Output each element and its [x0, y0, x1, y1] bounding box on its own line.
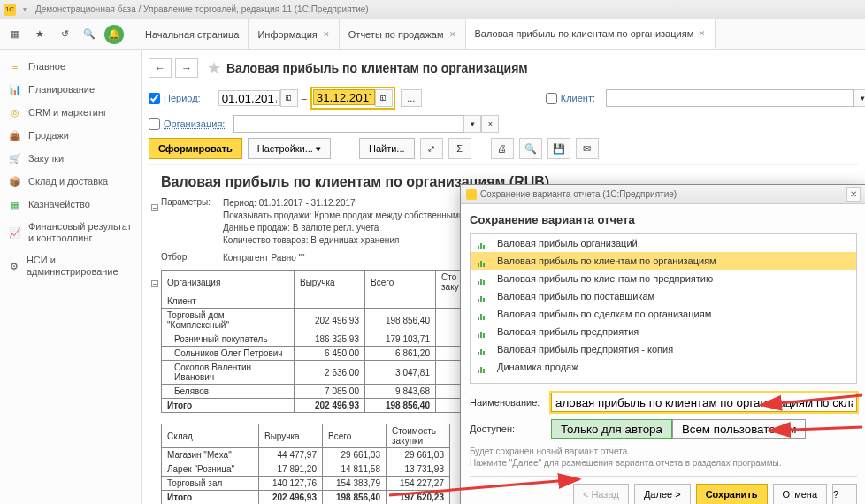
fin-icon: 📈 — [9, 226, 21, 239]
app-icon — [466, 189, 477, 200]
titlebar-dropdown[interactable]: ▾ — [19, 4, 30, 15]
cart-icon: 🛒 — [9, 152, 21, 164]
variants-list[interactable]: Валовая прибыль организацийВаловая прибы… — [470, 233, 857, 384]
search-icon[interactable]: 🔍 — [80, 25, 99, 44]
tab-info[interactable]: Информация✕ — [249, 19, 339, 49]
money-icon: ▦ — [9, 198, 21, 210]
favorite-star-icon[interactable]: ★ — [207, 58, 221, 78]
run-report-button[interactable]: Сформировать — [149, 138, 242, 159]
section-sidebar: ≡Главное 📊Планирование ◎CRM и маркетинг … — [0, 50, 142, 504]
dropdown-icon[interactable]: ▾ — [854, 89, 865, 107]
variant-item[interactable]: Валовая прибыль по поставщикам — [471, 287, 856, 305]
author-only-button[interactable]: Только для автора — [551, 419, 672, 439]
client-checkbox[interactable] — [546, 93, 557, 104]
sidebar-item-crm[interactable]: ◎CRM и маркетинг — [0, 101, 141, 124]
variant-item[interactable]: Валовая прибыль организаций — [471, 234, 856, 252]
chart-icon — [478, 363, 490, 371]
clear-icon[interactable]: × — [481, 115, 499, 133]
all-users-button[interactable]: Всем пользователям — [672, 419, 806, 439]
apps-icon[interactable]: ▦ — [5, 25, 25, 44]
tab-gross-profit[interactable]: Валовая прибыль по клиентам по организац… — [466, 19, 716, 49]
close-icon[interactable]: ✕ — [449, 30, 456, 39]
outline-toggle[interactable]: − — [151, 280, 158, 287]
variant-item[interactable]: Динамика продаж — [471, 358, 856, 376]
settings-button[interactable]: Настройки... ▾ — [248, 138, 331, 159]
sidebar-item-sales[interactable]: 👜Продажи — [0, 124, 141, 147]
date-to-input[interactable] — [313, 89, 375, 105]
variant-item[interactable]: Валовая прибыль по сделкам по организаци… — [471, 305, 856, 323]
params-label: Параметры: — [161, 197, 223, 247]
org-checkbox[interactable] — [149, 118, 160, 130]
close-icon[interactable]: ✕ — [699, 29, 706, 38]
variant-item[interactable]: Валовая прибыль по клиентам по предприят… — [471, 270, 856, 287]
org-label: Организация: — [164, 118, 225, 129]
chart-icon — [478, 292, 490, 301]
calendar-icon[interactable]: 🗓 — [280, 89, 298, 107]
dialog-close-button[interactable]: ✕ — [846, 187, 861, 202]
gear-icon: ⚙ — [9, 260, 19, 272]
nav-forward-button[interactable]: → — [175, 58, 198, 78]
help-button[interactable]: ? — [832, 484, 857, 504]
variant-item[interactable]: Валовая прибыль по клиентам по организац… — [471, 252, 856, 270]
dropdown-icon[interactable]: ▾ — [463, 115, 481, 133]
period-label: Период: — [164, 93, 201, 103]
page-title: Валовая прибыль по клиентам по организац… — [226, 61, 528, 75]
cancel-button[interactable]: Отмена — [773, 484, 827, 504]
chart-icon — [478, 239, 490, 248]
sidebar-item-main[interactable]: ≡Главное — [0, 55, 141, 78]
dialog-info: Будет сохранен новый вариант отчета. Наж… — [470, 446, 857, 469]
bag-icon: 👜 — [9, 129, 21, 141]
find-button[interactable]: Найти... — [359, 138, 415, 159]
sidebar-item-warehouse[interactable]: 📦Склад и доставка — [0, 170, 141, 193]
period-checkbox[interactable] — [149, 93, 160, 104]
chart-icon — [478, 327, 490, 336]
nav-back-button[interactable]: ← — [149, 58, 172, 78]
print-icon[interactable]: 🖨 — [491, 138, 514, 159]
client-input[interactable] — [606, 89, 854, 107]
outline-toggle[interactable]: − — [151, 204, 158, 211]
date-from-input[interactable] — [218, 90, 280, 106]
sum-icon[interactable]: Σ — [448, 138, 471, 159]
star-icon[interactable]: ★ — [30, 25, 50, 44]
sidebar-item-treasury[interactable]: ▦Казначейство — [0, 193, 141, 216]
calendar-icon[interactable]: 🗓 — [375, 89, 393, 107]
notifications-icon[interactable]: 🔔 — [104, 25, 124, 44]
variant-item[interactable]: Валовая прибыль предприятия - копия — [471, 340, 856, 358]
chart-icon — [478, 345, 490, 354]
params-values: Период: 01.01.2017 - 31.12.2017 Показыва… — [223, 197, 464, 247]
dialog-heading: Сохранение варианта отчета — [470, 213, 857, 226]
app-titlebar: 1C ▾ Демонстрационная база / Управление … — [0, 0, 865, 19]
chart-icon — [478, 309, 490, 318]
app-icon: 1C — [4, 4, 16, 16]
chart-icon — [478, 256, 490, 265]
period-picker-button[interactable]: ... — [401, 89, 422, 107]
back-button: < Назад — [573, 484, 629, 504]
save-button[interactable]: Сохранить — [696, 484, 768, 504]
preview-icon[interactable]: 🔍 — [519, 138, 542, 159]
history-icon[interactable]: ↺ — [55, 25, 74, 44]
next-button[interactable]: Далее > — [634, 484, 691, 504]
variant-name-input[interactable] — [551, 393, 857, 412]
collapse-icon[interactable]: ⤢ — [420, 138, 443, 159]
sidebar-item-purchases[interactable]: 🛒Закупки — [0, 147, 141, 170]
close-icon[interactable]: ✕ — [323, 30, 330, 39]
target-icon: ◎ — [9, 106, 21, 118]
report-table-2: СкладВыручкаВсегоСтоимость закупки Магаз… — [161, 424, 450, 504]
variant-item[interactable]: Валовая прибыль предприятия — [471, 323, 856, 340]
sidebar-item-nsi[interactable]: ⚙НСИ и администрирование — [0, 249, 141, 283]
save-variant-dialog: Сохранение варианта отчета (1С:Предприят… — [460, 184, 865, 504]
sidebar-item-finance[interactable]: 📈Финансовый результат и контроллинг — [0, 216, 141, 249]
main-toolbar: ▦ ★ ↺ 🔍 🔔 Начальная страница Информация✕… — [0, 19, 865, 50]
org-input[interactable] — [233, 115, 463, 133]
access-label: Доступен: — [470, 424, 551, 434]
box-icon: 📦 — [9, 175, 21, 187]
tab-home[interactable]: Начальная страница — [136, 19, 249, 49]
dialog-window-title: Сохранение варианта отчета (1С:Предприят… — [480, 189, 677, 199]
tab-sales-reports[interactable]: Отчеты по продажам✕ — [340, 19, 466, 49]
tab-bar: Начальная страница Информация✕ Отчеты по… — [136, 19, 716, 49]
sidebar-item-planning[interactable]: 📊Планирование — [0, 78, 141, 101]
email-icon[interactable]: ✉ — [576, 138, 599, 159]
client-label: Клиент: — [561, 93, 595, 103]
save-icon[interactable]: 💾 — [547, 138, 570, 159]
filter-label: Отбор: — [161, 252, 223, 264]
